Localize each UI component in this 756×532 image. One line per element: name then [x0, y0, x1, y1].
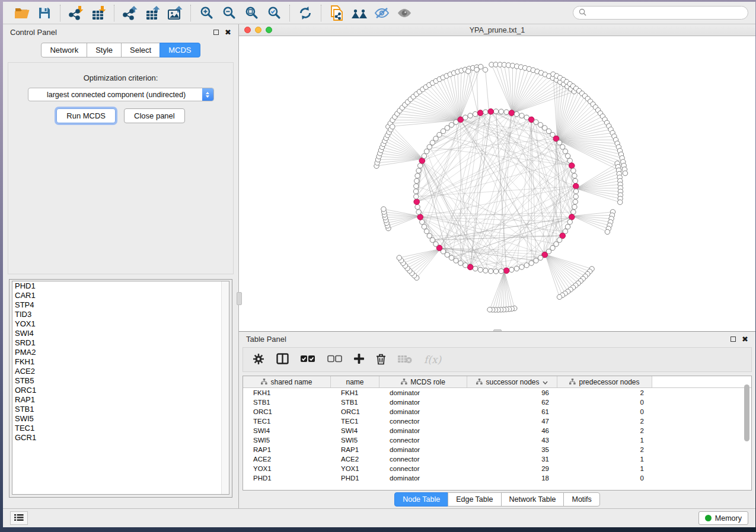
network-node[interactable]	[573, 199, 578, 204]
list-item[interactable]: YOX1	[12, 319, 229, 329]
network-leaf-node[interactable]	[557, 294, 562, 299]
tab-node-table[interactable]: Node Table	[394, 492, 448, 507]
network-node[interactable]	[449, 123, 454, 127]
open-file-button[interactable]	[12, 4, 32, 22]
import-network-button[interactable]	[66, 4, 86, 22]
table-row[interactable]: YOX1YOX1connector291	[243, 464, 751, 473]
network-hub-node[interactable]	[569, 214, 575, 220]
close-table-panel-icon[interactable]: ✖	[742, 336, 748, 342]
network-node[interactable]	[454, 258, 458, 263]
list-item[interactable]: ORC1	[12, 386, 229, 395]
network-node[interactable]	[567, 158, 572, 163]
network-node[interactable]	[534, 120, 538, 124]
float-panel-icon[interactable]	[213, 30, 219, 35]
task-history-button[interactable]	[10, 511, 28, 525]
table-row[interactable]: FKH1FKH1dominator962	[243, 388, 751, 398]
optimization-criterion-select[interactable]: largest connected component (undirected)	[28, 88, 214, 101]
list-item[interactable]: SWI4	[12, 329, 229, 338]
network-node[interactable]	[529, 261, 534, 265]
network-leaf-node[interactable]	[381, 207, 386, 211]
network-leaf-node[interactable]	[466, 69, 471, 73]
network-hub-node[interactable]	[414, 199, 420, 205]
network-node[interactable]	[504, 110, 509, 114]
network-node[interactable]	[414, 194, 419, 199]
list-item[interactable]: SRD1	[12, 338, 229, 348]
network-node[interactable]	[473, 111, 477, 116]
network-node[interactable]	[573, 178, 578, 183]
list-item[interactable]: PHD1	[12, 281, 229, 291]
network-node[interactable]	[422, 225, 426, 229]
network-node[interactable]	[565, 153, 570, 158]
network-leaf-node[interactable]	[397, 255, 401, 260]
vertical-splitter-handle[interactable]	[237, 292, 242, 305]
network-node[interactable]	[463, 263, 468, 268]
network-node[interactable]	[572, 204, 577, 209]
network-hub-node[interactable]	[569, 163, 575, 169]
list-item[interactable]: PMA2	[12, 348, 229, 357]
network-hub-node[interactable]	[467, 264, 473, 270]
network-node[interactable]	[534, 258, 538, 263]
network-leaf-node[interactable]	[605, 229, 610, 234]
import-table-button[interactable]	[88, 4, 109, 22]
network-node[interactable]	[499, 269, 503, 274]
network-hub-node[interactable]	[488, 109, 494, 115]
network-node[interactable]	[538, 123, 543, 127]
column-header-name[interactable]: name	[331, 376, 379, 387]
network-node[interactable]	[424, 149, 429, 153]
network-node[interactable]	[458, 261, 463, 265]
export-table-button[interactable]	[142, 4, 162, 22]
network-canvas[interactable]	[239, 36, 755, 331]
export-network-button[interactable]	[120, 4, 140, 22]
network-node[interactable]	[424, 229, 429, 233]
tab-network[interactable]: Network	[41, 43, 87, 57]
network-node[interactable]	[567, 220, 572, 225]
network-node[interactable]	[413, 189, 418, 194]
network-node[interactable]	[416, 210, 421, 214]
network-node[interactable]	[519, 113, 524, 118]
refresh-layout-button[interactable]	[295, 4, 315, 22]
network-node[interactable]	[478, 267, 483, 272]
network-node[interactable]	[468, 113, 473, 118]
close-panel-button[interactable]: Close panel	[124, 108, 185, 123]
tab-network-table[interactable]: Network Table	[501, 492, 564, 507]
network-node[interactable]	[509, 267, 514, 272]
network-hub-node[interactable]	[509, 110, 515, 116]
network-node[interactable]	[573, 189, 578, 194]
table-row[interactable]: SWI5SWI5connector431	[243, 435, 751, 445]
horizontal-splitter-handle[interactable]	[493, 329, 502, 331]
network-leaf-node[interactable]	[474, 67, 479, 72]
deselect-all-button[interactable]	[327, 355, 342, 364]
list-item[interactable]: ACE2	[12, 367, 229, 376]
network-node[interactable]	[483, 110, 488, 114]
network-node[interactable]	[473, 266, 477, 271]
list-item[interactable]: STB5	[12, 376, 229, 386]
network-node[interactable]	[493, 109, 498, 114]
network-node[interactable]	[483, 268, 488, 273]
network-node[interactable]	[415, 174, 420, 178]
table-row[interactable]: SWI4SWI4dominator462	[243, 426, 751, 435]
search-input[interactable]	[590, 9, 742, 17]
network-node[interactable]	[563, 149, 567, 153]
duplicate-network-button[interactable]	[327, 4, 347, 22]
network-hub-node[interactable]	[477, 110, 483, 116]
list-item[interactable]: RAP1	[12, 395, 229, 405]
hide-selected-button[interactable]	[372, 4, 392, 22]
network-node[interactable]	[573, 194, 578, 199]
network-window-titlebar[interactable]: YPA_prune.txt_1	[239, 24, 755, 36]
add-row-button[interactable]	[354, 354, 364, 366]
run-mcds-button[interactable]: Run MCDS	[56, 108, 116, 123]
mcds-result-list[interactable]: PHD1CAR1STP4TID3YOX1SWI4SRD1PMA2FKH1ACE2…	[12, 281, 229, 495]
column-header-predecessor-nodes[interactable]: predecessor nodes	[557, 376, 652, 387]
table-settings-button[interactable]	[253, 353, 264, 367]
zoom-selected-button[interactable]	[264, 4, 284, 22]
network-node[interactable]	[427, 233, 432, 238]
list-item[interactable]: STB1	[12, 405, 229, 414]
column-header-shared-name[interactable]: shared name	[243, 376, 331, 387]
show-all-button[interactable]	[394, 4, 414, 22]
zoom-in-button[interactable]	[196, 4, 216, 22]
network-node[interactable]	[519, 265, 524, 270]
zoom-fit-button[interactable]	[241, 4, 261, 22]
list-item[interactable]: TEC1	[12, 424, 229, 433]
table-scrollbar-thumb[interactable]	[744, 384, 749, 441]
memory-button[interactable]: Memory	[698, 511, 748, 525]
